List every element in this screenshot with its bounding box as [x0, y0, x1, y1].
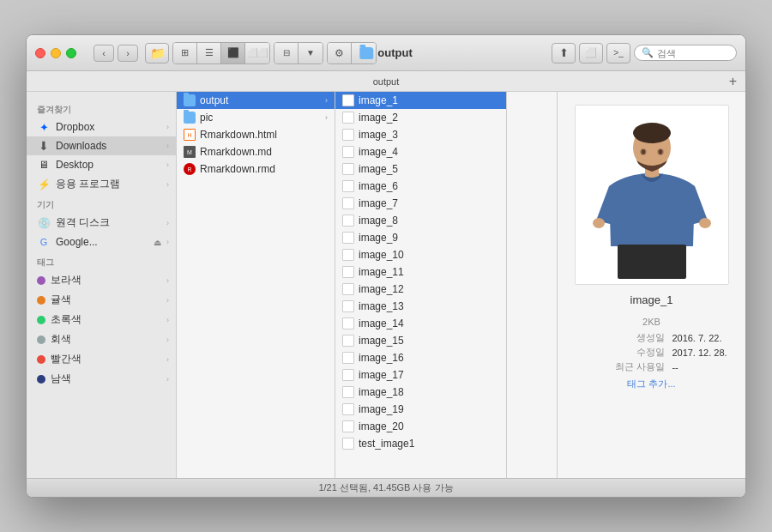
sidebar-item-apps[interactable]: ⚡ 응용 프로그램 › — [27, 174, 176, 194]
window-title: output — [359, 46, 412, 59]
col2-item-image_15[interactable]: image_15 — [335, 332, 506, 349]
col1-item-rmd[interactable]: R Rmarkdown.rmd — [177, 160, 335, 178]
image_1-icon — [342, 94, 354, 106]
col2-item-image_7[interactable]: image_7 — [335, 195, 506, 212]
image_10-label: image_10 — [359, 249, 404, 261]
col2-item-image_20[interactable]: image_20 — [335, 418, 506, 435]
sidebar-item-tag-gray[interactable]: 회색 › — [27, 329, 176, 349]
dropbox-chevron: › — [166, 123, 169, 131]
maximize-button[interactable] — [66, 48, 76, 58]
test_image1-label: test_image1 — [359, 438, 414, 450]
new-folder-button[interactable]: 📁 — [145, 43, 169, 63]
col2-item-image_16[interactable]: image_16 — [335, 349, 506, 366]
orange-chevron: › — [166, 296, 169, 305]
svg-point-10 — [699, 218, 711, 228]
col2-item-image_1[interactable]: image_1 — [335, 92, 506, 109]
preview-image — [575, 105, 729, 285]
red-label: 빨간색 — [51, 352, 161, 366]
apps-label: 응용 프로그램 — [56, 177, 161, 191]
sidebar-item-downloads[interactable]: ⬇ Downloads › — [27, 136, 176, 155]
col2-item-image_12[interactable]: image_12 — [335, 281, 506, 298]
sidebar-item-tag-red[interactable]: 빨간색 › — [27, 349, 176, 369]
terminal-button[interactable]: >_ — [606, 43, 630, 63]
image_11-label: image_11 — [359, 266, 404, 278]
image_6-label: image_6 — [359, 180, 398, 192]
orange-dot — [37, 296, 45, 305]
forward-button[interactable]: › — [118, 45, 138, 62]
sidebar-item-tag-orange[interactable]: 귤색 › — [27, 290, 176, 310]
google-chevron: › — [166, 238, 169, 246]
col2-item-image_19[interactable]: image_19 — [335, 401, 506, 418]
output-label: output — [200, 94, 228, 106]
minimize-button[interactable] — [51, 48, 61, 58]
view-icon-button[interactable]: ⊞ — [173, 43, 197, 63]
rmd-file-icon: R — [184, 163, 196, 175]
desktop-chevron: › — [166, 160, 169, 169]
created-label: 생성일 — [566, 330, 668, 345]
view-column-button[interactable]: ⬛ — [221, 43, 245, 63]
col2-item-image_3[interactable]: image_3 — [335, 126, 506, 143]
view-list-button[interactable]: ☰ — [197, 43, 221, 63]
md-label: Rmarkdown.md — [200, 146, 272, 158]
col1-item-pic[interactable]: pic › — [177, 109, 335, 126]
sidebar-item-google[interactable]: G Google... ⏏ › — [27, 233, 176, 251]
svg-point-9 — [593, 218, 605, 228]
col2-item-image_18[interactable]: image_18 — [335, 384, 506, 401]
col2-item-image_8[interactable]: image_8 — [335, 212, 506, 229]
col1-item-md[interactable]: M Rmarkdown.md — [177, 143, 335, 160]
col2-item-image_2[interactable]: image_2 — [335, 109, 506, 126]
col2-item-image_5[interactable]: image_5 — [335, 160, 506, 178]
test_image1-icon — [342, 438, 354, 450]
col2-item-image_13[interactable]: image_13 — [335, 298, 506, 315]
image_6-icon — [342, 180, 354, 192]
image_18-label: image_18 — [359, 386, 404, 398]
col2-item-image_10[interactable]: image_10 — [335, 246, 506, 263]
image_8-icon — [342, 215, 354, 227]
image_12-label: image_12 — [359, 283, 404, 295]
col2-item-image_4[interactable]: image_4 — [335, 143, 506, 160]
column-1: output › pic › H Rmarkdown.html M Rmarkd… — [177, 92, 335, 478]
orange-label: 귤색 — [51, 293, 161, 307]
search-box: 🔍 — [634, 45, 737, 61]
output-chevron: › — [325, 96, 328, 105]
col2-item-test_image1[interactable]: test_image1 — [335, 435, 506, 452]
image_14-icon — [342, 317, 354, 329]
sidebar-item-tag-purple[interactable]: 보라색 › — [27, 270, 176, 290]
titlebar: ‹ › 📁 ⊞ ☰ ⬛ ⬜⬜ ⊟ ▼ ⚙ ▼ output — [27, 35, 745, 71]
view-extra-button[interactable]: ⊟ — [274, 43, 299, 63]
favorites-header: 즐겨찾기 — [27, 99, 176, 118]
tag-button[interactable]: ⬜ — [579, 43, 603, 63]
statusbar: 1/21 선택됨, 41.45GB 사용 가능 — [27, 478, 745, 497]
red-dot — [37, 355, 45, 364]
image_7-label: image_7 — [359, 197, 398, 209]
share-button[interactable]: ⬆ — [552, 43, 576, 63]
traffic-lights — [35, 48, 76, 58]
green-dot — [37, 316, 45, 324]
col1-item-html[interactable]: H Rmarkdown.html — [177, 126, 335, 143]
svg-point-8 — [658, 149, 662, 154]
sidebar-item-dropbox[interactable]: ✦ Dropbox › — [27, 118, 176, 136]
add-tab-button[interactable]: + — [729, 74, 737, 89]
col2-item-image_14[interactable]: image_14 — [335, 315, 506, 332]
sidebar-item-tag-navy[interactable]: 남색 › — [27, 369, 176, 389]
sidebar-item-remote-disk[interactable]: 💿 원격 디스크 › — [27, 213, 176, 233]
col2-item-image_11[interactable]: image_11 — [335, 263, 506, 281]
action-button[interactable]: ⚙ — [328, 43, 352, 63]
col2-item-image_9[interactable]: image_9 — [335, 229, 506, 246]
html-file-icon: H — [184, 129, 196, 141]
col1-item-output[interactable]: output › — [177, 92, 335, 109]
back-button[interactable]: ‹ — [93, 45, 114, 62]
title-text: output — [377, 46, 412, 59]
navy-label: 남색 — [51, 372, 161, 386]
preview-size: 2KB — [642, 317, 660, 327]
sidebar-item-desktop[interactable]: 🖥 Desktop › — [27, 155, 176, 174]
search-input[interactable] — [657, 48, 734, 58]
col2-item-image_17[interactable]: image_17 — [335, 366, 506, 384]
col2-item-image_6[interactable]: image_6 — [335, 178, 506, 195]
close-button[interactable] — [35, 48, 45, 58]
sidebar-item-tag-green[interactable]: 초록색 › — [27, 310, 176, 329]
image_13-label: image_13 — [359, 300, 404, 312]
view-gallery-button[interactable]: ⬜⬜ — [245, 43, 269, 63]
view-extra2-button[interactable]: ▼ — [299, 43, 323, 63]
add-tag-button[interactable]: 태그 추가... — [627, 378, 675, 390]
